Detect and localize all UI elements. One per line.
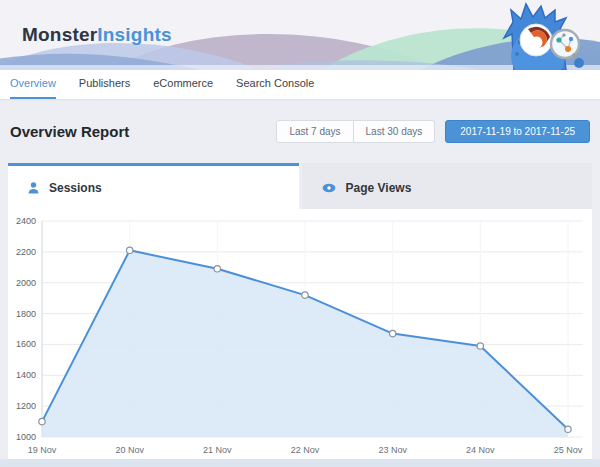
main-nav: Overview Publishers eCommerce Search Con… xyxy=(0,70,600,99)
date-range-controls: Last 7 days Last 30 days 2017-11-19 to 2… xyxy=(276,120,590,143)
chart-point[interactable] xyxy=(302,292,308,298)
logo-insights-text: Insights xyxy=(97,24,171,45)
y-tick-label: 1800 xyxy=(16,309,36,319)
x-tick-label: 24 Nov xyxy=(466,445,495,455)
x-tick-label: 19 Nov xyxy=(28,445,57,455)
y-tick-label: 1000 xyxy=(16,432,36,442)
report-tabs: Sessions Page Views xyxy=(8,163,592,209)
bottom-strip xyxy=(0,459,600,467)
tab-sessions-label: Sessions xyxy=(49,181,102,195)
x-tick-label: 25 Nov xyxy=(554,445,583,455)
y-tick-label: 1400 xyxy=(16,370,36,380)
chart-point[interactable] xyxy=(214,266,220,272)
y-tick-label: 2200 xyxy=(16,247,36,257)
sessions-area-chart: 1000120014001600180020002200240019 Nov20… xyxy=(8,209,592,459)
preset-range-button-group: Last 7 days Last 30 days xyxy=(276,120,435,143)
content-area: Overview Report Last 7 days Last 30 days… xyxy=(0,111,600,459)
nav-item-search-console[interactable]: Search Console xyxy=(236,70,314,99)
eye-icon xyxy=(322,183,336,193)
tab-sessions[interactable]: Sessions xyxy=(8,163,299,209)
user-icon xyxy=(28,182,39,194)
logo-monster-text: Monster xyxy=(22,24,97,45)
x-tick-label: 23 Nov xyxy=(378,445,407,455)
monsterinsights-dashboard: MonsterInsights xyxy=(0,0,600,467)
chart-point[interactable] xyxy=(39,418,45,424)
y-tick-label: 2000 xyxy=(16,278,36,288)
x-tick-label: 21 Nov xyxy=(203,445,232,455)
nav-item-publishers[interactable]: Publishers xyxy=(79,70,130,99)
y-tick-label: 1600 xyxy=(16,339,36,349)
chart-point[interactable] xyxy=(390,330,396,336)
y-tick-label: 2400 xyxy=(16,216,36,226)
nav-item-overview[interactable]: Overview xyxy=(10,70,56,99)
report-header-row: Overview Report Last 7 days Last 30 days… xyxy=(8,111,592,151)
monsterinsights-logo: MonsterInsights xyxy=(22,24,172,46)
mascot-graphic xyxy=(498,2,590,70)
tab-page-views-label: Page Views xyxy=(346,181,412,195)
custom-date-range-button[interactable]: 2017-11-19 to 2017-11-25 xyxy=(445,120,590,143)
page-title: Overview Report xyxy=(10,123,129,140)
x-tick-label: 22 Nov xyxy=(291,445,320,455)
app-header: MonsterInsights xyxy=(0,0,600,70)
x-tick-label: 20 Nov xyxy=(115,445,144,455)
last-30-days-button[interactable]: Last 30 days xyxy=(354,120,436,143)
last-7-days-button[interactable]: Last 7 days xyxy=(276,120,353,143)
nav-item-ecommerce[interactable]: eCommerce xyxy=(153,70,213,99)
sessions-chart-panel: 1000120014001600180020002200240019 Nov20… xyxy=(8,209,592,459)
y-tick-label: 1200 xyxy=(16,401,36,411)
tab-page-views[interactable]: Page Views xyxy=(302,163,593,209)
chart-point[interactable] xyxy=(565,426,571,432)
chart-point[interactable] xyxy=(127,247,133,253)
chart-point[interactable] xyxy=(477,343,483,349)
